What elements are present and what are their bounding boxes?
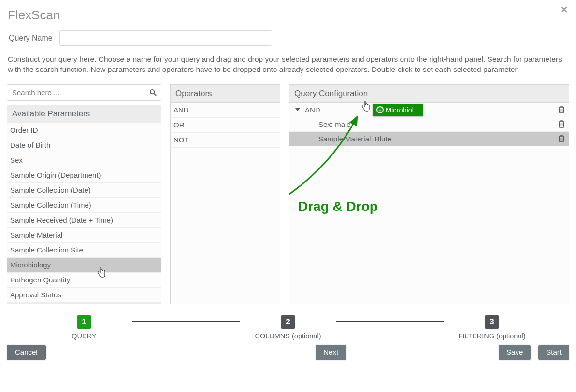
step-columns[interactable]: 2 COLUMNS (optional) [240,315,336,340]
delete-node-button[interactable] [558,135,565,142]
step-filtering[interactable]: 3 FILTERING (optional) [444,315,540,340]
query-node-root[interactable]: AND [289,103,569,117]
operators-panel-title: Operators [171,85,280,103]
next-button[interactable]: Next [316,345,346,360]
step-label: QUERY [72,332,96,340]
parameter-item-microbiology[interactable]: Microbiology [7,258,161,273]
instructions-text: Construct your query here. Choose a name… [8,55,569,75]
parameter-item[interactable]: Order ID [7,123,161,138]
parameter-item[interactable]: Approval Status [7,288,161,303]
svg-line-1 [154,94,156,96]
page-title: FlexScan [8,8,569,23]
step-query[interactable]: 1 QUERY [36,315,132,340]
delete-node-button[interactable] [558,106,565,113]
operator-and[interactable]: AND [171,103,280,118]
query-tree[interactable]: AND Sex: male Sample Material: Blute [289,103,569,146]
search-button[interactable] [144,84,161,101]
query-name-input[interactable] [59,30,272,46]
drag-chip-label: Microbiol... [386,106,419,114]
parameter-item[interactable]: Date of Birth [7,138,161,153]
parameter-item[interactable]: Sample Collection (Time) [7,198,161,213]
close-icon[interactable]: ✕ [560,5,568,14]
step-number: 3 [485,315,499,329]
plus-circle-icon: + [376,106,384,113]
drag-drop-annotation: Drag & Drop [298,199,378,214]
trash-icon [558,135,565,142]
svg-point-0 [150,90,154,94]
operators-list: AND OR NOT [171,103,280,304]
query-node-label: AND [305,106,320,114]
operator-not[interactable]: NOT [171,133,280,148]
parameter-item[interactable]: Sample Material [7,228,161,243]
caret-down-icon[interactable] [295,108,300,111]
search-input[interactable] [7,84,144,101]
query-node-label: Sex: male [293,120,351,128]
parameter-item[interactable]: Sex [7,153,161,168]
operator-or[interactable]: OR [171,118,280,133]
step-number: 2 [281,315,295,329]
query-node-child[interactable]: Sample Material: Blute [289,132,569,146]
delete-node-button[interactable] [558,120,565,128]
parameters-panel-title: Available Parameters [7,105,161,123]
parameters-list[interactable]: Order ID Date of Birth Sex Sample Origin… [7,123,161,304]
save-button[interactable]: Save [499,345,531,360]
query-name-label: Query Name [9,34,53,42]
drag-chip: + Microbiol... [373,104,423,116]
trash-icon [558,106,565,113]
query-node-child[interactable]: Sex: male [289,117,569,132]
query-node-label: Sample Material: Blute [293,135,391,143]
cancel-button[interactable]: Cancel [7,345,46,360]
config-panel-title: Query Configuration [289,85,569,103]
parameter-item[interactable]: Pathogen Quantity [7,273,161,288]
parameters-more[interactable]: More (in alphabetical order) [7,303,161,304]
start-button[interactable]: Start [538,345,569,360]
step-label: FILTERING (optional) [458,332,525,340]
step-indicator: 1 QUERY 2 COLUMNS (optional) 3 FILTERING… [7,315,569,340]
trash-icon [558,120,565,128]
step-label: COLUMNS (optional) [255,332,321,340]
step-divider [336,321,444,322]
parameter-item[interactable]: Sample Origin (Department) [7,168,161,183]
search-icon [149,89,157,96]
parameter-item[interactable]: Sample Collection (Date) [7,183,161,198]
step-divider [132,321,240,322]
parameter-item[interactable]: Sample Collection Site [7,243,161,258]
step-number: 1 [77,315,91,329]
parameter-item[interactable]: Sample Received (Date + Time) [7,213,161,228]
